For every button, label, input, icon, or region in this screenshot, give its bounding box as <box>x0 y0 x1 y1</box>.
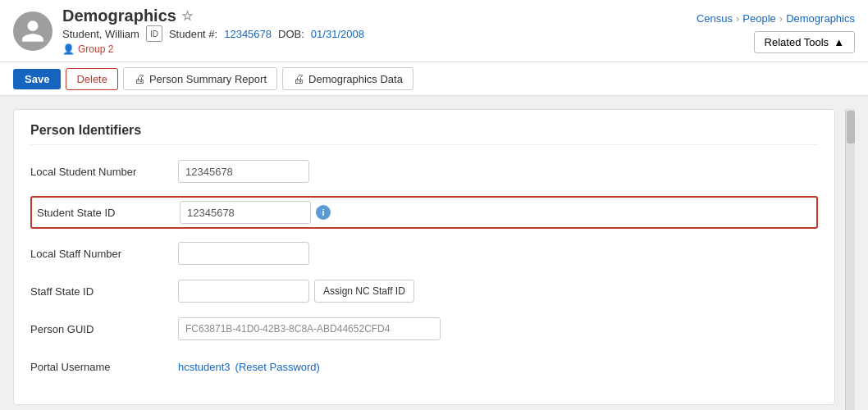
avatar <box>13 11 53 51</box>
local-student-number-input[interactable] <box>178 160 309 183</box>
student-info-line: Student, William ID Student #: 12345678 … <box>62 25 364 42</box>
header-info: Demographics ☆ Student, William ID Stude… <box>62 7 364 55</box>
print-icon-2: 🖨 <box>293 72 304 85</box>
local-staff-number-field <box>178 242 309 265</box>
chevron-up-icon: ▲ <box>834 36 844 48</box>
person-guid-row: Person GUID <box>30 316 818 342</box>
favorite-star-icon[interactable]: ☆ <box>181 8 193 24</box>
report-label: Person Summary Report <box>149 73 267 85</box>
page-title: Demographics ☆ <box>62 7 364 25</box>
print-icon: 🖨 <box>134 72 145 85</box>
group-line: 👤 Group 2 <box>62 43 364 55</box>
local-staff-number-label: Local Staff Number <box>30 248 178 260</box>
content-area: Person Identifiers Local Student Number … <box>0 96 868 410</box>
info-icon[interactable]: i <box>316 205 331 220</box>
related-tools-button[interactable]: Related Tools ▲ <box>754 31 855 53</box>
student-number-label: Student #: <box>169 28 217 40</box>
person-summary-report-button[interactable]: 🖨 Person Summary Report <box>123 67 277 90</box>
local-staff-number-input[interactable] <box>178 242 309 265</box>
student-state-id-input[interactable] <box>180 201 311 224</box>
header-right: Census › People › Demographics Related T… <box>697 9 855 53</box>
toolbar: Save Delete 🖨 Person Summary Report 🖨 De… <box>0 62 868 96</box>
staff-state-id-label: Staff State ID <box>30 285 178 298</box>
portal-username-label: Portal Username <box>30 361 178 373</box>
student-number-value: 12345678 <box>224 28 272 40</box>
student-state-id-label: Student State ID <box>37 207 180 219</box>
assign-nc-staff-id-button[interactable]: Assign NC Staff ID <box>314 280 414 303</box>
student-name: Student, William <box>62 28 139 40</box>
breadcrumb-current: Demographics <box>786 12 855 25</box>
local-staff-number-row: Local Staff Number <box>30 240 818 266</box>
student-state-id-row: Student State ID i <box>30 196 818 229</box>
person-guid-field <box>178 317 441 340</box>
group-person-icon: 👤 <box>62 43 75 55</box>
portal-username-field: hcstudent3 (Reset Password) <box>178 361 320 373</box>
group-label: Group 2 <box>78 43 113 55</box>
save-button[interactable]: Save <box>13 69 61 89</box>
breadcrumb: Census › People › Demographics <box>697 12 855 25</box>
staff-state-id-input[interactable] <box>178 280 309 303</box>
card-title: Person Identifiers <box>30 123 818 145</box>
person-identifiers-card: Person Identifiers Local Student Number … <box>13 109 835 405</box>
delete-button[interactable]: Delete <box>66 68 118 90</box>
student-state-id-field: i <box>180 201 331 224</box>
person-avatar-icon <box>20 18 46 44</box>
portal-username-link[interactable]: hcstudent3 <box>178 361 231 373</box>
scrollbar-thumb[interactable] <box>847 111 855 144</box>
breadcrumb-people[interactable]: People <box>742 12 775 25</box>
local-student-number-label: Local Student Number <box>30 166 178 178</box>
reset-password-link[interactable]: (Reset Password) <box>235 361 320 373</box>
staff-state-id-field: Assign NC Staff ID <box>178 280 414 303</box>
local-student-number-field <box>178 160 309 183</box>
dob-value: 01/31/2008 <box>311 28 364 40</box>
main-panel: Person Identifiers Local Student Number … <box>13 109 835 410</box>
demographics-data-button[interactable]: 🖨 Demographics Data <box>282 67 413 90</box>
breadcrumb-sep-1: › <box>736 12 739 25</box>
breadcrumb-census[interactable]: Census <box>697 12 733 25</box>
person-guid-label: Person GUID <box>30 323 178 335</box>
demographics-data-label: Demographics Data <box>308 73 403 85</box>
staff-state-id-row: Staff State ID Assign NC Staff ID <box>30 278 818 304</box>
person-guid-input[interactable] <box>178 317 441 340</box>
header-left: Demographics ☆ Student, William ID Stude… <box>13 7 364 55</box>
id-badge-icon[interactable]: ID <box>146 25 162 42</box>
portal-username-row: Portal Username hcstudent3 (Reset Passwo… <box>30 353 818 380</box>
scrollbar[interactable] <box>845 109 855 410</box>
title-text: Demographics <box>62 7 176 25</box>
related-tools-label: Related Tools <box>765 36 829 48</box>
dob-label: DOB: <box>278 28 304 40</box>
header: Demographics ☆ Student, William ID Stude… <box>0 0 868 62</box>
local-student-number-row: Local Student Number <box>30 158 818 184</box>
breadcrumb-sep-2: › <box>779 12 783 25</box>
